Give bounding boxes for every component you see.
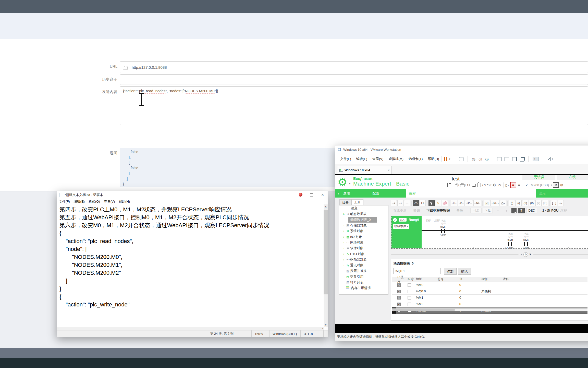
- selected-tree-label[interactable]: 动态数据表_0: [348, 217, 377, 223]
- show-thumbnails-icon[interactable]: [505, 157, 509, 161]
- to-il-button[interactable]: > IL: [483, 208, 493, 213]
- vm-menu-tabs[interactable]: 选项卡(T): [409, 157, 423, 161]
- add-button[interactable]: 添加: [444, 268, 457, 275]
- scroll-left-icon[interactable]: ‹: [58, 327, 58, 330]
- splitter-expand-icon[interactable]: ▼: [529, 253, 532, 256]
- save-icon[interactable]: [454, 183, 458, 187]
- undo-button[interactable]: 撤销: [411, 208, 422, 214]
- redo-icon[interactable]: ↷▾: [487, 183, 491, 187]
- horizontal-scrollbar[interactable]: ‹ ›: [57, 327, 324, 330]
- print-icon[interactable]: [460, 184, 464, 187]
- notepad-titlebar[interactable]: *新建文本文档.txt - 记事本 ×: [57, 191, 328, 199]
- url-input-wrap[interactable]: [120, 61, 588, 73]
- contact-rising-icon[interactable]: ⊣P⊢: [465, 200, 473, 206]
- tree-item-pto-objects[interactable]: › ∿ PTO 对象: [339, 251, 388, 257]
- history-input[interactable]: [123, 77, 568, 82]
- take-snapshot-icon[interactable]: ◷: [472, 157, 475, 162]
- settings-gear-icon[interactable]: ⚙: [492, 183, 497, 187]
- splitter-refresh-icon[interactable]: ↻: [523, 252, 528, 257]
- new-icon[interactable]: [444, 183, 448, 187]
- tree-item-system-objects[interactable]: › ⚙ 系统对象: [339, 228, 388, 234]
- coil-hash-icon[interactable]: (#): [535, 200, 542, 206]
- symbols-toggle-button[interactable]: T: [518, 208, 524, 213]
- used-checkbox[interactable]: ✓: [397, 296, 401, 300]
- undo-icon[interactable]: ↶▾: [482, 183, 486, 187]
- coil-reset-icon[interactable]: (R): [529, 200, 535, 206]
- comments-toggle-icon[interactable]: [511, 208, 517, 213]
- close-button[interactable]: ×: [321, 192, 324, 198]
- scroll-up-icon[interactable]: ∧: [324, 205, 328, 208]
- chevron-up-icon[interactable]: ∧: [342, 212, 346, 216]
- help-icon[interactable]: ?▾: [497, 183, 502, 187]
- vm-menu-help[interactable]: 帮助(H): [428, 157, 439, 161]
- tab-programming[interactable]: 编程: [406, 189, 441, 198]
- online-update-button[interactable]: 在线更新: [391, 208, 409, 214]
- add-element-icon[interactable]: +▾: [558, 200, 564, 206]
- contact-m0[interactable]: 注释 符号 %M0 False: [435, 220, 451, 236]
- fullscreen-icon[interactable]: [512, 157, 517, 161]
- chevron-right-icon[interactable]: ›: [342, 247, 346, 250]
- backup-button[interactable]: 备份: [454, 208, 465, 214]
- chevron-right-icon[interactable]: ›: [342, 264, 346, 267]
- tab-properties[interactable]: 属性: [343, 191, 350, 196]
- init-controller-icon[interactable]: «: [517, 183, 521, 187]
- chevron-right-icon[interactable]: ›: [342, 224, 346, 227]
- open-icon[interactable]: [449, 184, 453, 187]
- used-checkbox[interactable]: ✓: [397, 290, 401, 293]
- draw-tool-icon[interactable]: ✎: [435, 200, 441, 206]
- connection-toggle-icon[interactable]: ⇄: [553, 182, 559, 188]
- maximize-button[interactable]: [310, 193, 313, 197]
- menu-format[interactable]: 格式(O): [89, 199, 100, 204]
- online-badge[interactable]: 在线: [557, 175, 588, 180]
- logo-dropdown-icon[interactable]: ▾: [349, 182, 350, 185]
- add-device-icon[interactable]: ⊕: [560, 183, 564, 187]
- dec-format-button[interactable]: DEC: [526, 208, 537, 213]
- device-dropdown-icon[interactable]: ▾: [551, 184, 552, 186]
- tree-item-watch-table-0[interactable]: 动态数据表_0: [339, 217, 388, 223]
- contact-nc-icon[interactable]: ⊣/⊢: [458, 200, 464, 206]
- suspend-dropdown-icon[interactable]: ▾: [449, 158, 450, 160]
- coil-set-icon[interactable]: (S): [522, 200, 528, 206]
- chevron-right-icon[interactable]: ›: [342, 235, 346, 238]
- collapse-chevron-icon[interactable]: ‹: [338, 192, 339, 195]
- tree-item-memory-objects[interactable]: › ▣ 存储器对象: [339, 223, 388, 228]
- coil-icon[interactable]: ( ): [509, 200, 515, 206]
- used-checkbox[interactable]: ✓: [397, 283, 401, 287]
- tree-item-search-replace[interactable]: ▨ 搜索并替换: [339, 268, 388, 274]
- no-errors-badge[interactable]: 无错误: [522, 175, 555, 180]
- contact-m1[interactable]: 注释 符号 %M1 False: [502, 233, 518, 249]
- contact-no-icon[interactable]: ⊣ ⊢: [451, 200, 457, 206]
- tree-item-io-objects[interactable]: › ▦ I/O 对象: [339, 234, 388, 239]
- tree-item-memory-usage[interactable]: 内存占用情况: [339, 285, 388, 291]
- zoom-out-button[interactable]: −: [494, 208, 501, 213]
- eraser-tool-icon[interactable]: [442, 200, 448, 206]
- history-input-wrap[interactable]: [120, 74, 588, 85]
- vm-menu-edit[interactable]: 编辑(E): [356, 157, 367, 161]
- tree-item-network-objects[interactable]: › ▭ 网络对象: [339, 240, 388, 245]
- device-select[interactable]: M200 (USB): [531, 183, 549, 187]
- start-controller-icon[interactable]: ▷: [505, 183, 509, 187]
- question-tool-icon[interactable]: -?-: [413, 200, 419, 206]
- insert-rung-icon[interactable]: ≡+: [397, 200, 403, 206]
- tree-item-comm-objects[interactable]: › ⇆ 通讯对象: [339, 262, 388, 268]
- contact-falling-icon[interactable]: ⊣N⊢: [473, 200, 481, 206]
- url-input[interactable]: [131, 65, 573, 70]
- tree-item-symbol-list[interactable]: ▤ 符号列表: [339, 280, 388, 285]
- rung0-header[interactable]: ✓ LD ▾ Rung0 梯级本体 ▾: [391, 216, 422, 248]
- used-checkbox[interactable]: ✓: [397, 303, 401, 306]
- table-row[interactable]: ✓ %M1 0: [392, 295, 587, 301]
- table-row[interactable]: ✓ %Q0.0 0 未强制: [392, 288, 587, 295]
- xor-block-icon[interactable]: ⊣X⊢▾: [491, 200, 499, 206]
- splitter-bar-left[interactable]: [391, 254, 519, 255]
- coil-id-icon[interactable]: (ID): [542, 200, 548, 206]
- chevron-right-icon[interactable]: ›: [342, 252, 346, 256]
- vm-tab-close-icon[interactable]: ×: [388, 168, 389, 172]
- table-row[interactable]: ✓ %M2 0: [392, 301, 587, 307]
- vm-tab-windows10[interactable]: Windows 10 x64 ×: [337, 166, 392, 174]
- tree-item-messages[interactable]: 消息: [339, 205, 388, 211]
- chevron-right-icon[interactable]: ›: [342, 258, 346, 261]
- suspend-button[interactable]: [444, 157, 448, 161]
- fit-dropdown-icon[interactable]: ▾: [552, 158, 553, 160]
- vertical-scrollbar[interactable]: ∧ ∨: [324, 204, 328, 327]
- operate-block-icon[interactable]: […]: [551, 200, 557, 206]
